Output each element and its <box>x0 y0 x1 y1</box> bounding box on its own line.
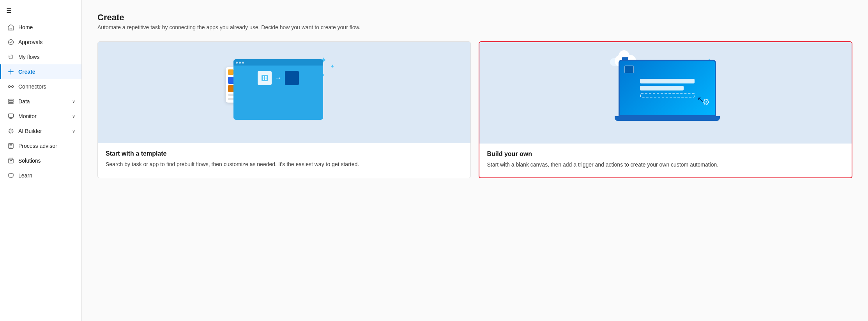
svg-rect-0 <box>10 28 12 30</box>
sidebar-item-label: Process advisor <box>18 143 57 149</box>
sparkle-icon: ✦ <box>330 63 335 69</box>
monitor-chevron-icon: ∨ <box>72 114 75 119</box>
laptop: ⚙ ↖ <box>619 60 716 122</box>
ai-builder-icon <box>7 128 14 135</box>
build-own-card[interactable]: ✦ <box>479 41 853 178</box>
data-icon <box>7 98 14 105</box>
build-illustration: ✦ <box>603 52 728 134</box>
sidebar-item-ai-builder[interactable]: AI Builder ∨ <box>0 124 81 138</box>
main-content: Create Automate a repetitive task by con… <box>82 0 868 321</box>
template-card[interactable]: ✦ ✦ ✦ <box>97 41 471 178</box>
learn-icon <box>7 172 14 179</box>
ai-chevron-icon: ∨ <box>72 129 75 134</box>
page-subtitle: Automate a repetitive task by connecting… <box>97 24 852 30</box>
sidebar-item-create[interactable]: Create <box>0 64 81 79</box>
monitor-icon <box>7 113 14 120</box>
sidebar-item-label: AI Builder <box>18 128 42 134</box>
sidebar-item-solutions[interactable]: Solutions <box>0 153 81 168</box>
connectors-icon <box>7 83 14 90</box>
svg-rect-12 <box>265 76 267 78</box>
build-own-card-image: ✦ <box>479 42 852 144</box>
sidebar-item-learn[interactable]: Learn <box>0 168 81 183</box>
build-own-card-body: Build your own Start with a blank canvas… <box>479 144 852 177</box>
sidebar-item-label: Approvals <box>18 39 42 45</box>
sidebar-item-label: Connectors <box>18 83 46 90</box>
data-chevron-icon: ∨ <box>72 99 75 104</box>
template-illustration: ✦ ✦ ✦ <box>222 51 346 133</box>
sidebar-item-label: Create <box>18 69 35 75</box>
sidebar-item-label: Learn <box>18 172 32 179</box>
create-icon <box>7 68 14 75</box>
my-flows-icon <box>7 53 14 60</box>
svg-point-8 <box>10 130 12 132</box>
svg-rect-4 <box>9 99 13 101</box>
laptop-screen: ⚙ ↖ <box>619 60 716 116</box>
laptop-base <box>615 116 720 121</box>
template-card-body: Start with a template Search by task or … <box>98 143 470 177</box>
sidebar-item-connectors[interactable]: Connectors <box>0 79 81 94</box>
template-card-title: Start with a template <box>106 150 463 157</box>
svg-rect-5 <box>9 101 13 103</box>
svg-rect-11 <box>263 76 264 78</box>
sidebar-item-label: Data <box>18 98 30 105</box>
svg-rect-6 <box>9 103 13 104</box>
solutions-icon <box>7 157 14 164</box>
svg-rect-10 <box>262 75 268 81</box>
sidebar-item-label: Home <box>18 24 33 30</box>
hamburger-button[interactable]: ☰ <box>0 3 81 20</box>
template-card-image: ✦ ✦ ✦ <box>98 42 470 143</box>
sidebar-item-label: My flows <box>18 54 39 60</box>
sidebar-item-monitor[interactable]: Monitor ∨ <box>0 109 81 124</box>
sidebar-item-home[interactable]: Home <box>0 20 81 35</box>
svg-rect-13 <box>263 78 264 80</box>
sidebar-item-label: Monitor <box>18 113 37 119</box>
sidebar-item-process-advisor[interactable]: Process advisor <box>0 138 81 153</box>
sidebar-item-data[interactable]: Data ∨ <box>0 94 81 109</box>
process-advisor-icon <box>7 142 14 149</box>
browser-bar <box>233 59 323 66</box>
cursor-icon: ↖ <box>697 95 704 104</box>
template-card-desc: Search by task or app to find prebuilt f… <box>106 160 463 168</box>
svg-point-3 <box>12 86 14 88</box>
hamburger-icon: ☰ <box>6 7 12 14</box>
sidebar-item-approvals[interactable]: Approvals <box>0 35 81 50</box>
browser-window: → <box>233 59 323 120</box>
svg-point-1 <box>9 40 14 45</box>
home-icon <box>7 24 14 31</box>
build-own-card-desc: Start with a blank canvas, then add a tr… <box>487 161 844 169</box>
sidebar: ☰ Home Approvals My flows Create Connect… <box>0 0 82 321</box>
svg-rect-14 <box>265 78 267 80</box>
browser-content: → <box>233 66 323 87</box>
svg-point-2 <box>9 86 11 88</box>
svg-rect-7 <box>9 114 14 117</box>
sidebar-item-label: Solutions <box>18 158 41 164</box>
flow-arrow-icon: → <box>275 74 282 82</box>
cards-row: ✦ ✦ ✦ <box>97 41 852 178</box>
page-title: Create <box>97 12 852 23</box>
build-own-card-title: Build your own <box>487 151 844 158</box>
approvals-icon <box>7 39 14 46</box>
sidebar-item-my-flows[interactable]: My flows <box>0 50 81 64</box>
